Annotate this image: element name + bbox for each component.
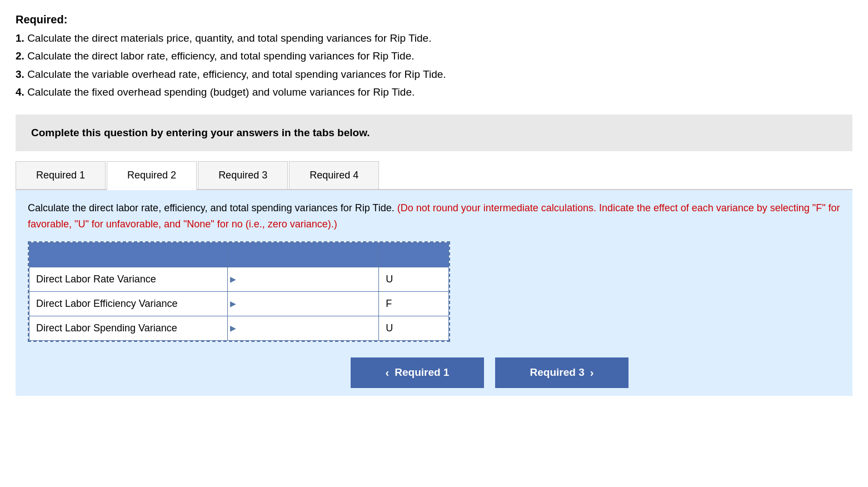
content-area: Calculate the direct labor rate, efficie… — [16, 190, 852, 396]
tab-required-2[interactable]: Required 2 — [107, 161, 197, 190]
row-select-efficiency[interactable]: F — [379, 291, 449, 316]
tab-required-4[interactable]: Required 4 — [289, 161, 379, 189]
input-efficiency-value[interactable] — [235, 297, 372, 311]
item-text: Calculate the variable overhead rate, ef… — [27, 68, 446, 80]
instruction-box: Complete this question by entering your … — [16, 115, 852, 151]
list-item: 1. Calculate the direct materials price,… — [16, 29, 852, 47]
input-rate-value[interactable] — [235, 272, 372, 286]
item-num: 2. — [16, 50, 24, 62]
header-select — [379, 242, 449, 267]
item-text: Calculate the fixed overhead spending (b… — [27, 86, 415, 98]
item-text: Calculate the direct materials price, qu… — [27, 32, 431, 44]
list-item: 2. Calculate the direct labor rate, effi… — [16, 47, 852, 65]
input-spending-value[interactable] — [235, 321, 372, 335]
content-description: Calculate the direct labor rate, efficie… — [28, 200, 840, 232]
list-item: 4. Calculate the fixed overhead spending… — [16, 83, 852, 101]
required-heading: Required: — [16, 13, 852, 26]
tab-required-1[interactable]: Required 1 — [16, 161, 106, 189]
prev-button[interactable]: ‹ Required 1 — [351, 357, 484, 388]
required-list: 1. Calculate the direct materials price,… — [16, 29, 852, 101]
row-select-spending[interactable]: U — [379, 316, 449, 340]
row-input-rate[interactable]: ▶ — [227, 267, 379, 291]
row-label-spending: Direct Labor Spending Variance — [29, 316, 228, 340]
description-black: Calculate the direct labor rate, efficie… — [28, 202, 395, 213]
row-input-efficiency[interactable]: ▶ — [227, 291, 379, 316]
next-button-label: Required 3 — [530, 366, 585, 379]
variance-table-container: Direct Labor Rate Variance ▶ U Direct La… — [28, 241, 450, 342]
item-num: 4. — [16, 86, 24, 98]
instruction-text: Complete this question by entering your … — [31, 127, 370, 138]
prev-button-label: Required 1 — [395, 366, 449, 379]
table-row: Direct Labor Efficiency Variance ▶ F — [29, 291, 449, 316]
tab-required-3[interactable]: Required 3 — [198, 161, 288, 189]
item-text: Calculate the direct labor rate, efficie… — [27, 50, 414, 62]
row-select-rate[interactable]: U — [379, 267, 449, 291]
header-label — [29, 242, 228, 267]
item-num: 1. — [16, 32, 24, 44]
row-input-spending[interactable]: ▶ — [227, 316, 379, 340]
prev-chevron-icon: ‹ — [386, 366, 390, 379]
table-row: Direct Labor Spending Variance ▶ U — [29, 316, 449, 340]
nav-buttons: ‹ Required 1 Required 3 › — [28, 357, 840, 388]
header-input — [227, 242, 379, 267]
arrow-icon: ▶ — [230, 324, 236, 332]
arrow-icon: ▶ — [230, 275, 236, 284]
next-chevron-icon: › — [590, 366, 594, 379]
table-row: Direct Labor Rate Variance ▶ U — [29, 267, 449, 291]
page-wrapper: Required: 1. Calculate the direct materi… — [0, 0, 868, 409]
tabs-bar: Required 1 Required 2 Required 3 Require… — [16, 161, 852, 190]
next-button[interactable]: Required 3 › — [495, 357, 628, 388]
table-header-row — [29, 242, 449, 267]
item-num: 3. — [16, 68, 24, 80]
row-label-rate: Direct Labor Rate Variance — [29, 267, 228, 291]
arrow-icon: ▶ — [230, 299, 236, 308]
list-item: 3. Calculate the variable overhead rate,… — [16, 66, 852, 83]
variance-table: Direct Labor Rate Variance ▶ U Direct La… — [29, 242, 449, 341]
row-label-efficiency: Direct Labor Efficiency Variance — [29, 291, 228, 316]
